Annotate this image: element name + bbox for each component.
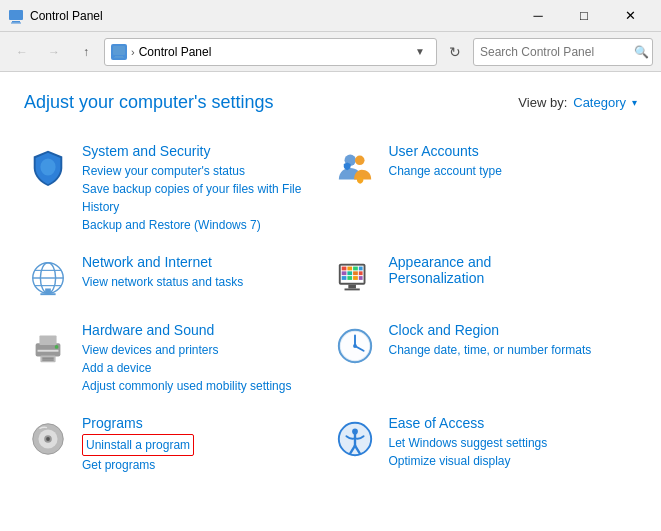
user-accounts-icon [331,143,379,191]
clock-link-1[interactable]: Change date, time, or number formats [389,341,622,359]
system-security-link-1[interactable]: Review your computer's status [82,162,315,180]
user-accounts-content: User Accounts Change account type [389,143,622,180]
svg-rect-0 [9,10,23,20]
svg-rect-4 [115,56,123,57]
svg-rect-35 [40,356,55,363]
ease-link-1[interactable]: Let Windows suggest settings [389,434,622,452]
programs-content: Programs Uninstall a program Get program… [82,415,315,474]
ease-link-2[interactable]: Optimize visual display [389,452,622,470]
svg-rect-30 [348,285,356,289]
system-security-link-2[interactable]: Save backup copies of your files with Fi… [82,180,315,216]
system-security-title[interactable]: System and Security [82,143,315,159]
search-icon: 🔍 [634,45,649,59]
app-icon [8,8,24,24]
svg-rect-19 [347,267,352,271]
svg-rect-29 [358,276,362,280]
breadcrumb-bar: › Control Panel ▼ [104,38,437,66]
user-accounts-link-1[interactable]: Change account type [389,162,622,180]
minimize-button[interactable]: ─ [515,0,561,32]
ease-title[interactable]: Ease of Access [389,415,622,431]
programs-link-2[interactable]: Get programs [82,456,315,474]
hardware-title[interactable]: Hardware and Sound [82,322,315,338]
network-link-1[interactable]: View network status and tasks [82,273,315,291]
svg-rect-25 [358,271,362,275]
programs-link-1[interactable]: Uninstall a program [82,434,194,456]
appearance-content: Appearance andPersonalization [389,254,622,289]
ease-icon [331,415,379,463]
category-hardware: Hardware and Sound View devices and prin… [24,312,331,405]
hardware-link-1[interactable]: View devices and printers [82,341,315,359]
network-title[interactable]: Network and Internet [82,254,315,270]
address-bar: ← → ↑ › Control Panel ▼ ↻ 🔍 [0,32,661,72]
svg-rect-33 [39,336,56,346]
category-clock: Clock and Region Change date, time, or n… [331,312,638,405]
svg-rect-2 [11,22,21,23]
refresh-button[interactable]: ↻ [441,38,469,66]
svg-rect-28 [353,276,358,280]
svg-rect-27 [347,276,352,280]
category-user-accounts: User Accounts Change account type [331,133,638,244]
svg-rect-24 [353,271,358,275]
svg-rect-18 [341,267,346,271]
network-icon [24,254,72,302]
svg-point-44 [353,344,357,348]
programs-icon [24,415,72,463]
forward-button[interactable]: → [40,38,68,66]
hardware-link-3[interactable]: Adjust commonly used mobility settings [82,377,315,395]
hardware-content: Hardware and Sound View devices and prin… [82,322,315,395]
view-by: View by: Category ▾ [518,95,637,110]
system-security-link-3[interactable]: Backup and Restore (Windows 7) [82,216,315,234]
clock-title[interactable]: Clock and Region [389,322,622,338]
svg-rect-26 [341,276,346,280]
category-network: Network and Internet View network status… [24,244,331,312]
search-input[interactable] [480,45,630,59]
category-ease: Ease of Access Let Windows suggest setti… [331,405,638,484]
category-appearance: Appearance andPersonalization [331,244,638,312]
window-title: Control Panel [30,9,515,23]
svg-rect-20 [353,267,358,271]
categories-grid: System and Security Review your computer… [24,133,637,484]
network-content: Network and Internet View network status… [82,254,315,291]
page-heading: Adjust your computer's settings View by:… [24,92,637,113]
svg-rect-1 [12,21,20,23]
appearance-title[interactable]: Appearance andPersonalization [389,254,622,286]
close-button[interactable]: ✕ [607,0,653,32]
user-accounts-title[interactable]: User Accounts [389,143,622,159]
search-box: 🔍 [473,38,653,66]
maximize-button[interactable]: □ [561,0,607,32]
svg-rect-34 [38,350,59,352]
svg-point-8 [355,156,365,166]
clock-icon [331,322,379,370]
up-button[interactable]: ↑ [72,38,100,66]
programs-title[interactable]: Programs [82,415,315,431]
window-controls: ─ □ ✕ [515,0,653,32]
titlebar: Control Panel ─ □ ✕ [0,0,661,32]
svg-rect-15 [40,293,55,295]
appearance-icon [331,254,379,302]
breadcrumb-dropdown-button[interactable]: ▼ [410,42,430,62]
hardware-link-2[interactable]: Add a device [82,359,315,377]
svg-rect-22 [341,271,346,275]
svg-rect-23 [347,271,352,275]
back-button[interactable]: ← [8,38,36,66]
breadcrumb-separator: › [131,46,135,58]
viewby-arrow[interactable]: ▾ [632,97,637,108]
page-title: Adjust your computer's settings [24,92,274,113]
svg-rect-37 [42,359,53,360]
category-programs: Programs Uninstall a program Get program… [24,405,331,484]
svg-rect-36 [42,357,53,358]
ease-content: Ease of Access Let Windows suggest setti… [389,415,622,470]
svg-point-6 [40,158,55,175]
system-security-content: System and Security Review your computer… [82,143,315,234]
svg-rect-21 [358,267,362,271]
hardware-icon [24,322,72,370]
svg-rect-14 [45,288,51,293]
breadcrumb-location: Control Panel [139,45,406,59]
breadcrumb-icon [111,44,127,60]
svg-point-38 [55,345,59,349]
svg-rect-5 [114,57,124,58]
svg-rect-31 [344,288,359,290]
viewby-value[interactable]: Category [573,95,626,110]
svg-point-49 [46,437,50,441]
clock-content: Clock and Region Change date, time, or n… [389,322,622,359]
